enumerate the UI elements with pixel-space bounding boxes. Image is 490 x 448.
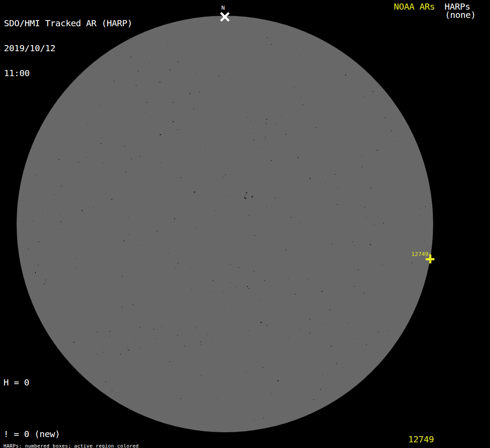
noise-speck: [378, 332, 379, 332]
noise-speck: [252, 197, 253, 198]
harp-count-total: H = 0: [4, 378, 101, 387]
noise-speck: [301, 56, 301, 56]
noise-speck: [231, 264, 231, 265]
noise-speck: [286, 134, 286, 135]
noise-speck: [420, 216, 420, 216]
noise-speck: [354, 245, 355, 245]
noise-speck: [335, 174, 336, 175]
noise-speck: [300, 329, 301, 329]
noise-speck: [368, 328, 368, 328]
noise-speck: [134, 339, 134, 339]
noise-speck: [271, 44, 272, 45]
noise-speck: [93, 207, 94, 208]
noise-speck: [385, 117, 385, 118]
noise-speck: [180, 398, 181, 399]
noise-speck: [161, 326, 162, 327]
noise-speck: [322, 375, 323, 375]
noise-speck: [177, 130, 178, 130]
noise-speck: [101, 144, 102, 144]
noise-speck: [331, 346, 332, 346]
noise-speck: [213, 280, 214, 281]
noise-speck: [383, 296, 384, 296]
noise-speck: [24, 221, 24, 222]
noise-speck: [193, 108, 194, 109]
noise-speck: [32, 200, 32, 200]
noise-speck: [59, 229, 59, 230]
noise-speck: [286, 249, 286, 250]
noise-speck: [383, 223, 384, 224]
noise-speck: [425, 206, 426, 207]
noise-speck: [322, 323, 323, 324]
noise-speck: [184, 346, 185, 346]
noise-speck: [122, 276, 122, 277]
noise-speck: [169, 361, 170, 362]
noise-speck: [88, 124, 88, 125]
noise-speck: [126, 172, 126, 172]
noise-speck: [329, 310, 330, 310]
noise-speck: [138, 71, 139, 71]
noise-speck: [337, 188, 338, 189]
noise-speck: [147, 102, 147, 103]
noise-speck: [265, 137, 266, 137]
noise-speck: [168, 253, 168, 254]
noise-speck: [309, 333, 310, 333]
noise-speck: [217, 398, 217, 398]
page-title: SDO/HMI Tracked AR (HARP): [4, 19, 133, 28]
noise-speck: [201, 375, 201, 376]
noise-speck: [46, 280, 46, 280]
noise-speck: [35, 272, 36, 273]
noise-speck: [370, 244, 371, 245]
noise-speck: [254, 271, 254, 272]
noise-speck: [101, 138, 101, 138]
noise-speck: [224, 306, 224, 306]
noise-speck: [207, 334, 207, 335]
noise-speck: [388, 331, 389, 331]
noise-speck: [160, 134, 161, 135]
noise-speck: [412, 262, 412, 263]
noaa-region-list: 12749: [408, 435, 434, 444]
noise-speck: [310, 319, 310, 320]
noise-speck: [294, 87, 294, 88]
noise-speck: [391, 130, 392, 131]
noise-speck: [103, 163, 104, 163]
header-block: SDO/HMI Tracked AR (HARP) 2019/10/12 11:…: [4, 3, 133, 94]
noise-speck: [418, 208, 419, 208]
noise-speck: [374, 224, 374, 225]
noise-speck: [304, 79, 304, 79]
noise-speck: [157, 231, 158, 231]
noise-speck: [266, 207, 267, 207]
noise-speck: [316, 127, 317, 128]
noise-speck: [127, 347, 127, 347]
noise-speck: [219, 76, 220, 76]
noise-speck: [325, 183, 326, 183]
noise-speck: [396, 160, 397, 160]
noise-speck: [394, 141, 395, 141]
noise-speck: [322, 291, 322, 292]
noise-speck: [120, 354, 121, 355]
noise-speck: [173, 102, 174, 103]
noise-speck: [174, 218, 175, 219]
noise-speck: [302, 105, 303, 105]
noise-speck: [97, 354, 98, 354]
north-pole-x-icon: [220, 12, 229, 21]
noise-speck: [361, 206, 361, 206]
noise-speck: [266, 123, 266, 124]
noise-speck: [254, 420, 254, 420]
noise-speck: [42, 213, 43, 213]
noise-speck: [248, 288, 249, 289]
noise-speck: [82, 210, 83, 211]
harps-count-value: (none): [445, 11, 476, 19]
noise-speck: [103, 352, 104, 353]
noise-speck: [190, 267, 191, 267]
noise-speck: [44, 284, 45, 284]
footnotes: HARPs: numbered boxes; active region col…: [4, 434, 182, 448]
noise-speck: [128, 217, 129, 218]
noise-speck: [235, 208, 235, 208]
noise-speck: [225, 174, 226, 175]
noise-speck: [159, 82, 161, 82]
noise-speck: [38, 265, 38, 266]
noise-speck: [54, 195, 55, 195]
noise-speck: [361, 155, 361, 156]
harp-tracking-image: SDO/HMI Tracked AR (HARP) 2019/10/12 11:…: [0, 0, 490, 448]
noise-speck: [337, 204, 338, 205]
